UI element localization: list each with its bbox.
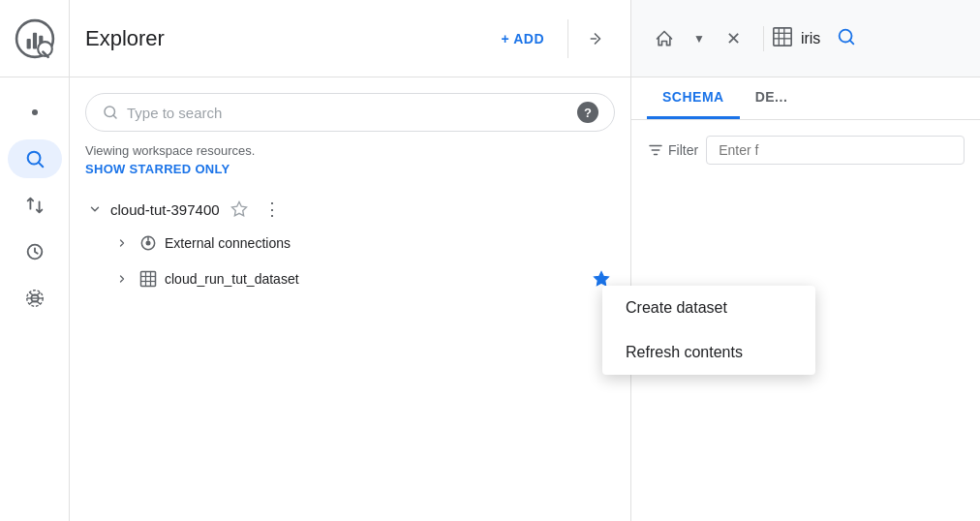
sidebar-item-history[interactable]	[8, 232, 62, 271]
header-divider	[567, 19, 568, 58]
tab-search-button[interactable]	[836, 26, 857, 51]
svg-line-7	[39, 163, 43, 167]
tab-name: iris	[801, 30, 820, 47]
svg-point-17	[146, 241, 151, 246]
svg-rect-19	[141, 272, 156, 287]
filter-row: Filter	[647, 136, 965, 165]
home-button[interactable]	[647, 21, 682, 56]
sidebar-logo	[0, 0, 70, 77]
dataset-item: cloud_run_tut_dataset	[112, 260, 615, 298]
tab-schema[interactable]: SCHEMA	[647, 77, 740, 119]
search-bar[interactable]: ?	[85, 93, 615, 132]
explorer-panel: Explorer + ADD ? Viewing workspace resou…	[70, 0, 631, 521]
header-dropdown-arrow[interactable]: ▼	[693, 32, 705, 46]
connections-icon	[24, 288, 46, 309]
dataset-icon	[138, 268, 159, 290]
right-tabs: SCHEMA DE...	[631, 77, 980, 120]
explorer-header: Explorer + ADD	[70, 0, 630, 77]
close-tab-button[interactable]: ✕	[717, 21, 751, 56]
collapse-icon	[588, 29, 607, 48]
bigquery-logo-icon	[15, 18, 55, 59]
history-icon	[24, 241, 46, 262]
home-icon	[655, 29, 674, 48]
tab-details[interactable]: DE...	[740, 77, 804, 119]
filter-input[interactable]	[706, 136, 965, 165]
tree-children: External connections	[112, 227, 615, 298]
tree-project-item: cloud-tut-397400 ⋮	[85, 192, 615, 227]
sidebar-item-explorer[interactable]	[8, 139, 62, 178]
show-starred-button[interactable]: SHOW STARRED ONLY	[85, 162, 615, 176]
search-icon	[24, 148, 46, 169]
filter-label: Filter	[668, 142, 698, 158]
context-menu: Create dataset Refresh contents	[602, 286, 815, 375]
collapse-panel-button[interactable]	[580, 21, 615, 56]
svg-marker-15	[231, 202, 246, 216]
project-name: cloud-tut-397400	[110, 201, 220, 218]
external-connections-label: External connections	[165, 235, 615, 251]
add-button[interactable]: + ADD	[490, 23, 556, 54]
dataset-label: cloud_run_tut_dataset	[165, 271, 582, 287]
sidebar-item-dot	[8, 93, 62, 132]
explorer-title: Explorer	[85, 26, 478, 51]
external-connections-icon	[138, 232, 159, 254]
refresh-contents-menu-item[interactable]: Refresh contents	[602, 330, 815, 375]
tab-title-section: iris	[763, 26, 857, 51]
search-bar-icon	[102, 104, 119, 121]
svg-rect-1	[26, 39, 30, 49]
project-star-icon[interactable]	[226, 196, 253, 223]
dot-icon	[32, 109, 38, 115]
filter-icon: Filter	[647, 141, 698, 159]
search-input[interactable]	[127, 105, 569, 121]
table-grid-icon	[772, 26, 793, 51]
external-connections-item: External connections	[112, 227, 615, 260]
external-expand-icon[interactable]	[112, 233, 132, 253]
svg-line-14	[113, 115, 116, 118]
right-header: ▼ ✕ iris	[631, 0, 980, 77]
dataset-expand-icon[interactable]	[112, 269, 132, 289]
transfers-icon	[24, 195, 46, 216]
svg-rect-2	[32, 32, 36, 48]
help-icon[interactable]: ?	[577, 102, 598, 123]
sidebar-item-transfers[interactable]	[8, 186, 62, 225]
create-dataset-menu-item[interactable]: Create dataset	[602, 286, 815, 330]
sidebar	[0, 0, 70, 521]
sidebar-nav	[0, 77, 69, 318]
svg-line-31	[850, 40, 854, 44]
right-panel: ▼ ✕ iris SCHEMA DE..	[631, 0, 980, 521]
project-expand-icon[interactable]	[85, 199, 105, 219]
explorer-body: ? Viewing workspace resources. SHOW STAR…	[70, 77, 630, 521]
svg-rect-25	[774, 27, 791, 45]
sidebar-item-connections[interactable]	[8, 279, 62, 318]
svg-marker-24	[595, 272, 609, 286]
workspace-info: Viewing workspace resources.	[85, 143, 615, 158]
project-more-icon[interactable]: ⋮	[259, 196, 286, 223]
